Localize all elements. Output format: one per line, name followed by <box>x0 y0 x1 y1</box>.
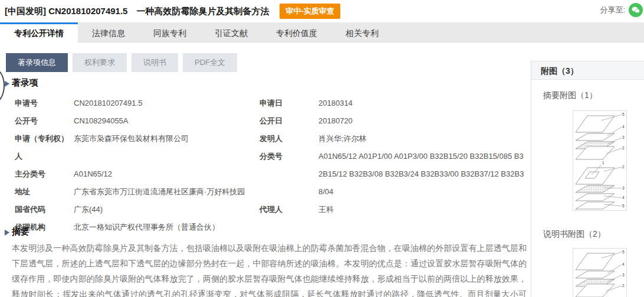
svg-text:3: 3 <box>622 135 625 139</box>
svg-text:2: 2 <box>622 283 625 288</box>
svg-text:5: 5 <box>622 250 625 254</box>
svg-text:4: 4 <box>622 125 625 129</box>
field-value: 广东省东莞市万江街道流涌尾社区廉商·万好科技园 <box>74 183 251 201</box>
tab-patent-value[interactable]: 专利价值度 <box>262 22 331 43</box>
field-value: CN201810207491.5 <box>74 94 251 112</box>
share-bar: 分享至: <box>600 3 643 17</box>
field-address: 地址 广东省东莞市万江街道流涌尾社区廉商·万好科技园 <box>15 183 259 201</box>
svg-text:3: 3 <box>622 273 625 277</box>
figures-panel-title: 附图（3） <box>531 61 644 80</box>
abstract-figure-image[interactable]: 5 4 3 2 1 2 3 4 5 <box>573 110 627 211</box>
field-value: CN108294055A <box>74 112 251 130</box>
main-tab-bar: 专利公开详情 法律信息 同族专利 引证文献 专利价值度 相关专利 <box>0 22 644 43</box>
abstract-text: 本发明涉及一种高效防霉除臭片及其制备方法，包括吸油棉以及吸附在吸油棉上的防霉杀菌… <box>12 240 527 297</box>
subtab-pdf-fulltext[interactable]: PDF全文 <box>183 53 237 72</box>
field-application-number: 申请号 CN201810207491.5 <box>15 94 259 112</box>
field-value: 东莞市枭森环保包装材料有限公司 <box>74 130 251 148</box>
share-label: 分享至: <box>600 5 625 15</box>
field-label: 申请号 <box>15 94 74 112</box>
field-label: 公开日 <box>259 112 318 130</box>
biblio-left-column: 申请号 CN201810207491.5 公开号 CN108294055A 申请… <box>15 94 259 236</box>
triangle-right-icon: ▶ <box>5 228 9 236</box>
abstract-section-header: ▶ 摘要 <box>5 226 29 237</box>
patent-layers-figure: 5 4 3 2 <box>573 249 626 297</box>
figures-panel: 附图（3） 摘要附图（1） <box>531 61 644 297</box>
field-agency: 代理机构 北京一格知识产权代理事务所（普通合伙） <box>15 218 259 236</box>
field-label: 主分类号 <box>15 165 74 183</box>
field-publication-number: 公开号 CN108294055A <box>15 112 259 130</box>
abstract-section-title: 摘要 <box>12 226 29 237</box>
field-applicant: 申请（专利权）人 东莞市枭森环保包装材料有限公司 <box>15 130 259 165</box>
patent-detail-page: [中国发明] CN201810207491.5 一种高效防霉除臭片及其制备方法 … <box>0 0 644 297</box>
triangle-right-icon: ▶ <box>5 79 9 87</box>
field-label: 分类号 <box>259 148 318 165</box>
field-value: A01N65/12 A01P1/00 A01P3/00 B32B15/20 B3… <box>318 148 526 201</box>
field-application-date: 申请日 20180314 <box>259 94 531 112</box>
tab-patent-family[interactable]: 同族专利 <box>139 22 201 43</box>
tab-related-patents[interactable]: 相关专利 <box>331 22 393 43</box>
subtab-bibliographic-info[interactable]: 著录项信息 <box>6 53 68 72</box>
biblio-section-header: ▶ 著录项 <box>5 77 38 89</box>
biblio-grid: 申请号 CN201810207491.5 公开号 CN108294055A 申请… <box>15 94 531 236</box>
description-figure-image[interactable]: 5 4 3 2 <box>573 248 627 297</box>
svg-text:2: 2 <box>622 146 625 150</box>
wechat-bubble-glyph <box>631 5 640 15</box>
field-classifications: 分类号 A01N65/12 A01P1/00 A01P3/00 B32B15/2… <box>259 148 531 201</box>
field-value: 北京一格知识产权代理事务所（普通合伙） <box>74 218 251 236</box>
floating-widget-fragment <box>0 68 5 103</box>
field-value: 20180314 <box>318 94 526 112</box>
biblio-right-column: 申请日 20180314 公开日 20180720 发明人 肖兴华;许尔林 分类… <box>259 94 531 236</box>
field-label: 代理人 <box>259 201 318 218</box>
biblio-section-title: 著录项 <box>12 77 38 89</box>
field-label: 公开号 <box>15 112 74 130</box>
field-value: 肖兴华;许尔林 <box>318 130 526 148</box>
field-value: 20180720 <box>318 112 526 130</box>
svg-text:4: 4 <box>622 195 625 200</box>
status-badge: 审中-实质审查 <box>280 4 340 19</box>
description-figure-label: 说明书附图（2） <box>543 229 606 240</box>
subtab-claims[interactable]: 权利要求 <box>73 53 127 72</box>
field-publication-date: 公开日 20180720 <box>259 112 531 130</box>
tab-cited-documents[interactable]: 引证文献 <box>201 22 262 43</box>
field-label: 发明人 <box>259 130 318 148</box>
tab-patent-publication-detail[interactable]: 专利公开详情 <box>0 22 78 43</box>
svg-text:1: 1 <box>602 161 604 165</box>
patent-layers-figure: 5 4 3 2 1 2 3 4 5 <box>573 111 626 210</box>
field-value: A01N65/12 <box>74 165 251 183</box>
field-value: 广东(44) <box>74 201 251 218</box>
field-label: 国省代码 <box>15 201 74 218</box>
sub-tab-bar: 著录项信息 权利要求 说明书 PDF全文 <box>6 53 242 72</box>
field-inventors: 发明人 肖兴华;许尔林 <box>259 130 531 148</box>
field-main-classification: 主分类号 A01N65/12 <box>15 165 259 183</box>
svg-text:5: 5 <box>622 204 625 208</box>
tab-legal-info[interactable]: 法律信息 <box>78 22 139 43</box>
svg-text:3: 3 <box>622 186 625 190</box>
svg-text:5: 5 <box>622 112 625 116</box>
wechat-icon[interactable] <box>629 3 643 17</box>
field-label: 申请（专利权）人 <box>15 130 74 165</box>
svg-text:2: 2 <box>622 165 625 169</box>
subtab-description[interactable]: 说明书 <box>132 53 178 72</box>
field-label: 地址 <box>15 183 74 201</box>
field-value: 王科 <box>318 201 526 218</box>
abstract-figure-label: 摘要附图（1） <box>543 90 597 101</box>
top-header: [中国发明] CN201810207491.5 一种高效防霉除臭片及其制备方法 … <box>0 0 644 22</box>
field-agent: 代理人 王科 <box>259 201 531 218</box>
field-province-code: 国省代码 广东(44) <box>15 201 259 218</box>
svg-text:4: 4 <box>622 262 625 266</box>
field-label: 申请日 <box>259 94 318 112</box>
page-title: [中国发明] CN201810207491.5 一种高效防霉除臭片及其制备方法 <box>5 6 269 17</box>
